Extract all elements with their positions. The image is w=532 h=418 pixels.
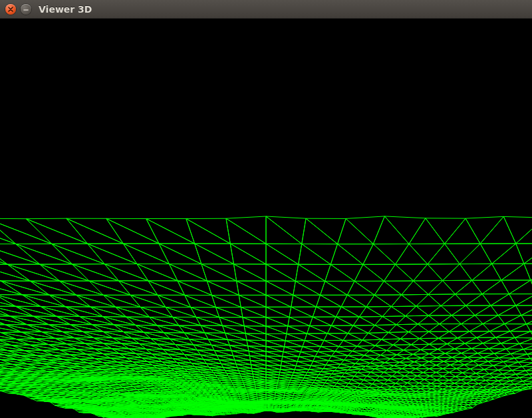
terrain-wireframe-canvas: [0, 19, 532, 418]
window-title: Viewer 3D: [39, 4, 92, 15]
viewport-3d[interactable]: [0, 19, 532, 418]
app-window: Viewer 3D: [0, 0, 532, 418]
minimize-button[interactable]: [21, 4, 31, 15]
close-button[interactable]: [5, 4, 16, 15]
titlebar[interactable]: Viewer 3D: [0, 0, 532, 19]
minimize-icon: [23, 6, 29, 13]
close-icon: [7, 6, 14, 13]
